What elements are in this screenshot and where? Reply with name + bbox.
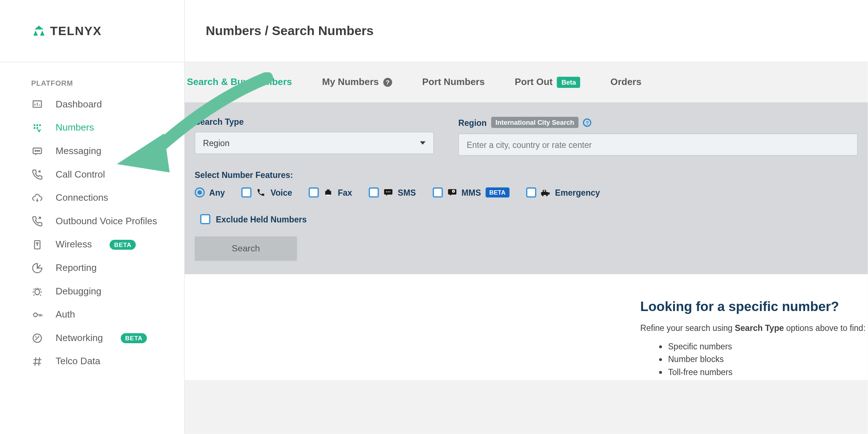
svg-rect-30 xyxy=(544,191,545,191)
tab-port-out[interactable]: Port Out Beta xyxy=(515,77,580,88)
feature-any[interactable]: Any xyxy=(195,187,225,197)
connections-icon xyxy=(31,192,43,204)
svg-point-4 xyxy=(34,125,35,126)
logo[interactable]: TELNYX xyxy=(0,0,184,62)
sidebar-item-label: Debugging xyxy=(56,286,102,297)
sidebar-section-label: PLATFORM xyxy=(0,62,184,93)
region-input[interactable] xyxy=(458,133,858,156)
svg-point-10 xyxy=(35,150,36,152)
svg-point-23 xyxy=(388,191,389,192)
sidebar-item-wireless[interactable]: Wireless BETA xyxy=(0,233,184,256)
tab-label: Orders xyxy=(610,77,642,88)
feature-label: Fax xyxy=(338,188,352,197)
region-label: Region xyxy=(458,118,486,127)
feature-label: Any xyxy=(209,188,225,197)
sidebar-item-reporting[interactable]: Reporting xyxy=(0,256,184,280)
telnyx-logo-icon xyxy=(32,24,46,38)
beta-badge: BETA xyxy=(485,187,509,197)
svg-point-32 xyxy=(546,195,548,196)
info-title: Looking for a specific number? xyxy=(640,299,865,314)
sidebar-item-connections[interactable]: Connections xyxy=(0,186,184,210)
svg-marker-0 xyxy=(34,25,43,29)
svg-point-14 xyxy=(37,245,37,245)
svg-marker-2 xyxy=(40,30,44,35)
svg-point-6 xyxy=(39,125,41,126)
svg-point-11 xyxy=(37,150,38,152)
sidebar-item-call-control[interactable]: Call Control xyxy=(0,163,184,187)
page-header: Numbers / Search Numbers xyxy=(185,0,868,62)
sidebar-item-auth[interactable]: Auth xyxy=(0,303,184,327)
region-chip: International City Search xyxy=(491,117,579,128)
feature-label: SMS xyxy=(398,188,416,197)
feature-emergency[interactable]: Emergency xyxy=(526,187,600,197)
tab-label: My Numbers xyxy=(322,77,379,88)
list-item: Toll-free numbers xyxy=(668,367,865,376)
outbound-voice-icon xyxy=(31,215,43,227)
beta-badge: Beta xyxy=(557,77,580,88)
tab-label: Search & Buy Numbers xyxy=(187,77,292,88)
dashboard-icon xyxy=(31,98,43,111)
tab-port-numbers[interactable]: Port Numbers xyxy=(422,77,485,88)
sidebar-item-telco-data[interactable]: Telco Data xyxy=(0,350,184,373)
sidebar-item-messaging[interactable]: Messaging xyxy=(0,140,184,163)
feature-label: Emergency xyxy=(555,188,600,197)
tab-search-buy-numbers[interactable]: Search & Buy Numbers xyxy=(187,77,292,88)
search-button[interactable]: Search xyxy=(195,237,297,261)
search-panel: Search Type Region Region International … xyxy=(185,102,868,274)
svg-rect-27 xyxy=(541,192,548,195)
sidebar-item-debugging[interactable]: Debugging xyxy=(0,280,184,303)
svg-point-31 xyxy=(542,195,544,196)
sidebar-item-label: Telco Data xyxy=(56,356,101,367)
sidebar-item-numbers[interactable]: Numbers xyxy=(0,116,184,140)
svg-point-12 xyxy=(39,150,40,152)
svg-point-5 xyxy=(37,125,38,126)
checkbox-icon xyxy=(200,214,210,224)
sms-icon xyxy=(383,187,393,197)
checkbox-icon xyxy=(369,187,379,197)
wireless-icon xyxy=(31,239,43,251)
svg-point-8 xyxy=(37,127,38,128)
svg-point-15 xyxy=(35,289,40,295)
reporting-icon xyxy=(31,262,43,274)
caret-down-icon xyxy=(420,141,425,145)
list-item: Specific numbers xyxy=(668,341,865,351)
brand-name: TELNYX xyxy=(50,24,102,38)
feature-label: Voice xyxy=(271,188,292,197)
telco-data-icon xyxy=(31,356,43,368)
main: Numbers / Search Numbers Search & Buy Nu… xyxy=(185,0,868,434)
feature-label: MMS xyxy=(461,188,481,197)
tab-label: Port Out xyxy=(515,77,553,88)
tab-my-numbers[interactable]: My Numbers ? xyxy=(322,77,392,88)
svg-rect-20 xyxy=(327,195,330,196)
beta-badge: BETA xyxy=(121,333,147,343)
fax-icon xyxy=(323,187,333,197)
info-icon[interactable]: ? xyxy=(583,118,591,127)
info-section: Looking for a specific number? Refine yo… xyxy=(185,274,868,380)
sidebar-item-label: Networking xyxy=(56,333,103,344)
svg-rect-18 xyxy=(326,191,331,195)
feature-voice[interactable]: Voice xyxy=(242,187,292,197)
help-icon[interactable]: ? xyxy=(383,78,392,87)
feature-mms[interactable]: MMS BETA xyxy=(433,187,509,197)
exclude-label: Exclude Held Numbers xyxy=(216,214,307,224)
tab-orders[interactable]: Orders xyxy=(610,77,642,88)
list-item: Number blocks xyxy=(668,354,865,364)
svg-point-7 xyxy=(34,127,35,128)
auth-icon xyxy=(31,309,43,321)
sidebar-item-outbound-voice-profiles[interactable]: Outbound Voice Profiles xyxy=(0,210,184,233)
svg-point-16 xyxy=(34,313,37,316)
svg-rect-19 xyxy=(327,190,330,191)
checkbox-icon xyxy=(242,187,252,197)
info-subtitle: Refine your search using Search Type opt… xyxy=(640,323,865,333)
sidebar-item-label: Messaging xyxy=(56,146,101,157)
search-type-select[interactable]: Region xyxy=(195,132,434,154)
feature-sms[interactable]: SMS xyxy=(369,187,416,197)
debugging-icon xyxy=(31,285,43,298)
svg-point-22 xyxy=(386,191,387,192)
sidebar-item-dashboard[interactable]: Dashboard xyxy=(0,93,184,116)
radio-icon xyxy=(195,187,205,197)
exclude-held-numbers[interactable]: Exclude Held Numbers xyxy=(195,214,858,224)
sidebar-item-networking[interactable]: Networking BETA xyxy=(0,327,184,350)
features-label: Select Number Features: xyxy=(195,170,858,180)
feature-fax[interactable]: Fax xyxy=(309,187,352,197)
